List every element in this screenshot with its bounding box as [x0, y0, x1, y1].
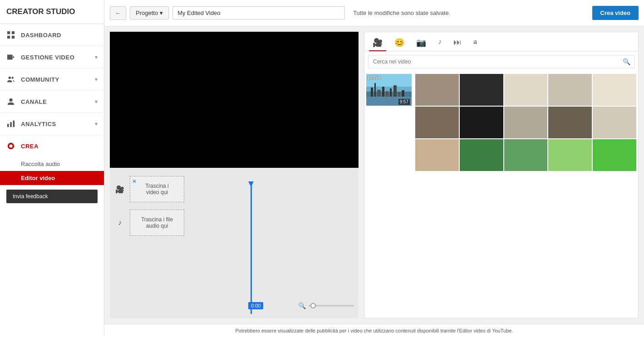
color-swatch[interactable]: [415, 74, 459, 106]
sidebar-item-canale[interactable]: CANALE ▾: [0, 91, 104, 113]
chevron-down-icon: ▾: [95, 54, 98, 60]
zoom-icon: 🔍: [298, 302, 306, 309]
svg-rect-2: [7, 36, 10, 39]
color-swatch[interactable]: [504, 139, 548, 171]
media-item-prova[interactable]: prova 9:57: [366, 74, 412, 106]
video-title-input[interactable]: [172, 6, 345, 20]
svg-rect-4: [7, 55, 13, 60]
tab-transitions[interactable]: ⏭: [450, 35, 465, 51]
zoom-bar: 🔍: [298, 302, 354, 309]
color-swatch[interactable]: [593, 139, 636, 171]
svg-point-13: [9, 144, 12, 147]
video-track-icon: 🎥: [114, 184, 125, 195]
save-status: Tutte le modifiche sono state salvate.: [353, 10, 588, 16]
left-panel: 🎥 ✕ Trascina i video qui ♪ Trascina i fi…: [110, 32, 359, 318]
main-content: ← Progetto ▾ Tutte le modifiche sono sta…: [104, 0, 644, 337]
svg-rect-10: [10, 122, 12, 127]
sidebar-sub-editor-video[interactable]: Editor video: [0, 171, 104, 185]
svg-rect-1: [12, 31, 15, 34]
timeline-time-cursor: 0:00: [248, 302, 263, 309]
footer: Potrebbero essere visualizzate delle pub…: [104, 324, 644, 337]
svg-rect-11: [13, 121, 15, 127]
sidebar-item-label: GESTIONE VIDEO: [21, 54, 74, 61]
tab-video[interactable]: 🎥: [369, 35, 386, 51]
timeline-cursor-line: [251, 181, 252, 314]
svg-point-8: [9, 98, 12, 102]
sidebar-crea-label: CREA: [21, 143, 39, 150]
footer-text: Potrebbero essere visualizzate delle pub…: [236, 328, 513, 333]
audio-track: ♪ Trascina i file audio qui: [110, 206, 359, 239]
create-video-button[interactable]: Crea video: [592, 6, 639, 20]
sidebar-item-crea[interactable]: CREA: [0, 135, 104, 157]
color-swatch[interactable]: [415, 107, 459, 138]
svg-point-7: [11, 77, 14, 79]
app-title: CREATOR STUDIO: [0, 0, 104, 24]
tab-music[interactable]: ♪: [434, 35, 445, 51]
media-item-duration: 9:57: [398, 99, 410, 105]
color-swatch[interactable]: [548, 107, 592, 138]
editor-area: 🎥 ✕ Trascina i video qui ♪ Trascina i fi…: [104, 26, 644, 324]
audio-track-icon: ♪: [114, 217, 125, 228]
tab-text[interactable]: a: [470, 35, 481, 51]
chevron-down-icon: ▾: [95, 77, 98, 83]
search-icon: 🔍: [619, 55, 634, 68]
color-swatch[interactable]: [593, 74, 636, 106]
topbar: ← Progetto ▾ Tutte le modifiche sono sta…: [104, 0, 644, 26]
back-button[interactable]: ←: [110, 6, 126, 20]
color-swatch[interactable]: [593, 107, 636, 138]
sidebar-item-dashboard[interactable]: DASHBOARD: [0, 24, 104, 46]
tab-camera[interactable]: 📷: [413, 35, 430, 51]
chevron-down-icon: ▾: [160, 10, 163, 16]
grid-icon: [6, 30, 15, 39]
sidebar-item-gestione-video[interactable]: GESTIONE VIDEO ▾: [0, 46, 104, 68]
search-bar: 🔍: [368, 55, 634, 68]
right-panel: 🎥 😊 📷 ♪ ⏭ a 🔍: [364, 32, 639, 318]
sidebar-item-label: DASHBOARD: [21, 32, 61, 39]
people-icon: [6, 75, 15, 84]
video-preview: [110, 32, 359, 168]
audio-drop-zone[interactable]: Trascina i file audio qui: [130, 210, 184, 236]
color-swatch[interactable]: [504, 74, 548, 106]
sidebar-sub-raccolta-audio[interactable]: Raccolta audio: [0, 157, 104, 171]
color-swatch[interactable]: [548, 139, 592, 171]
svg-rect-3: [12, 36, 15, 39]
svg-marker-5: [13, 56, 15, 58]
color-swatch[interactable]: [460, 139, 503, 171]
svg-point-6: [9, 77, 11, 79]
color-swatch[interactable]: [460, 74, 503, 106]
svg-rect-9: [7, 124, 9, 127]
record-icon: [6, 142, 15, 151]
project-dropdown[interactable]: Progetto ▾: [130, 6, 169, 20]
media-item-label: prova: [368, 75, 380, 80]
sidebar-item-community[interactable]: COMMUNITY ▾: [0, 68, 104, 91]
video-drop-zone[interactable]: ✕ Trascina i video qui: [130, 176, 184, 202]
x-icon: ✕: [132, 178, 137, 185]
tab-emoji[interactable]: 😊: [391, 35, 408, 51]
chevron-down-icon: ▾: [95, 99, 98, 105]
video-icon: [6, 53, 15, 62]
media-tabs: 🎥 😊 📷 ♪ ⏭ a: [364, 32, 638, 51]
sidebar-item-label: COMMUNITY: [21, 76, 59, 83]
color-swatch[interactable]: [415, 139, 459, 171]
color-swatch[interactable]: [504, 107, 548, 138]
sidebar-item-label: ANALYTICS: [21, 121, 56, 127]
color-swatch[interactable]: [548, 74, 592, 106]
search-input[interactable]: [369, 56, 619, 68]
sidebar-item-label: CANALE: [21, 98, 47, 105]
zoom-slider[interactable]: [309, 305, 354, 307]
video-track: 🎥 ✕ Trascina i video qui: [110, 172, 359, 206]
svg-rect-0: [7, 31, 10, 34]
chevron-down-icon: ▾: [95, 121, 98, 127]
sidebar: CREATOR STUDIO DASHBOARD GESTIONE VIDEO …: [0, 0, 104, 337]
timeline-panel: 🎥 ✕ Trascina i video qui ♪ Trascina i fi…: [110, 168, 359, 318]
sidebar-item-analytics[interactable]: ANALYTICS ▾: [0, 113, 104, 135]
bar-chart-icon: [6, 119, 15, 128]
color-swatch[interactable]: [460, 107, 503, 138]
feedback-button[interactable]: Invia feedback: [6, 190, 98, 203]
person-icon: [6, 97, 15, 106]
